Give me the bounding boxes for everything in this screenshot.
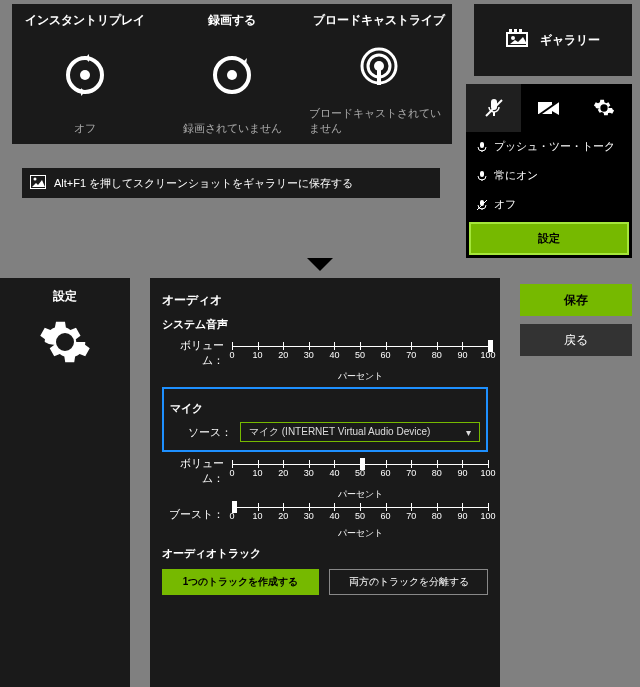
single-track-button[interactable]: 1つのトラックを作成する [162, 569, 319, 595]
mic-source-highlight: マイク ソース： マイク (INTERNET Virtual Audio Dev… [162, 387, 488, 452]
svg-rect-23 [482, 208, 483, 210]
svg-point-3 [227, 70, 237, 80]
percent-label: パーセント [232, 527, 488, 540]
card-title: 録画する [208, 12, 256, 29]
svg-rect-19 [482, 150, 483, 152]
settings-tab-label: 設定 [53, 288, 77, 305]
broadcast-icon [356, 45, 402, 91]
system-volume-slider[interactable]: 0102030405060708090100 [232, 342, 488, 364]
menu-settings[interactable]: 設定 [469, 222, 629, 255]
percent-label: パーセント [232, 370, 488, 383]
overlay-cards: インスタントリプレイ オフ 録画する 録画されていません ブロードキャストライブ… [12, 4, 452, 144]
svg-rect-13 [519, 29, 522, 32]
audio-panel: オーディオ システム音声 ボリューム： 01020304050607080901… [150, 278, 500, 687]
mic-source-select[interactable]: マイク (INTERNET Virtual Audio Device) ▾ [240, 422, 480, 442]
card-status: ブロードキャストされていません [309, 106, 448, 136]
svg-point-27 [34, 178, 37, 181]
gallery-icon [506, 29, 532, 52]
menu-label: 常にオン [494, 168, 538, 183]
card-record[interactable]: 録画する 録画されていません [159, 4, 306, 144]
screenshot-hint[interactable]: Alt+F1 を押してスクリーンショットをギャラリーに保存する [22, 168, 440, 198]
image-icon [30, 175, 46, 191]
hint-text: Alt+F1 を押してスクリーンショットをギャラリーに保存する [54, 176, 353, 191]
select-value: マイク (INTERNET Virtual Audio Device) [249, 425, 430, 439]
settings-tab[interactable]: 設定 [0, 278, 130, 687]
back-button[interactable]: 戻る [520, 324, 632, 356]
menu-label: プッシュ・ツー・トーク [494, 139, 615, 154]
system-audio-heading: システム音声 [162, 317, 488, 332]
mic-sidebar: プッシュ・ツー・トーク 常にオン オフ 設定 [466, 84, 632, 258]
tab-camera[interactable] [521, 84, 576, 132]
split-track-button[interactable]: 両方のトラックを分離する [329, 569, 488, 595]
save-button[interactable]: 保存 [520, 284, 632, 316]
svg-rect-7 [377, 69, 381, 85]
svg-rect-14 [493, 112, 495, 116]
svg-rect-18 [480, 142, 484, 148]
menu-label: オフ [494, 197, 516, 212]
card-title: インスタントリプレイ [25, 12, 145, 29]
record-icon [209, 52, 255, 98]
menu-label: 設定 [538, 231, 560, 246]
chevron-down-icon: ▾ [466, 427, 471, 438]
menu-always-on[interactable]: 常にオン [466, 161, 632, 190]
card-broadcast[interactable]: ブロードキャストライブ ブロードキャストされていません [305, 4, 452, 144]
volume-label: ボリューム： [162, 456, 232, 486]
arrow-down-icon [307, 258, 333, 276]
boost-slider[interactable]: 0102030405060708090100 [232, 503, 488, 525]
tab-mic[interactable] [466, 84, 521, 132]
gallery-label: ギャラリー [540, 32, 600, 49]
svg-rect-21 [482, 179, 483, 181]
menu-off[interactable]: オフ [466, 190, 632, 219]
svg-rect-12 [514, 29, 517, 32]
card-title: ブロードキャストライブ [313, 12, 445, 29]
replay-icon [62, 52, 108, 98]
mic-heading: マイク [170, 401, 480, 416]
svg-point-1 [80, 70, 90, 80]
card-status: 録画されていません [183, 121, 282, 136]
volume-label: ボリューム： [162, 338, 232, 368]
card-status: オフ [74, 121, 96, 136]
boost-label: ブースト： [162, 507, 232, 522]
card-instant-replay[interactable]: インスタントリプレイ オフ [12, 4, 159, 144]
audio-track-heading: オーディオトラック [162, 546, 488, 561]
mic-volume-slider[interactable]: 0102030405060708090100 [232, 460, 488, 482]
audio-heading: オーディオ [162, 292, 488, 309]
svg-point-10 [511, 36, 515, 40]
svg-rect-11 [509, 29, 512, 32]
gear-icon [38, 315, 92, 373]
gallery-button[interactable]: ギャラリー [474, 4, 632, 76]
percent-label: パーセント [232, 488, 488, 501]
source-label: ソース： [170, 425, 240, 440]
menu-push-to-talk[interactable]: プッシュ・ツー・トーク [466, 132, 632, 161]
svg-rect-20 [480, 171, 484, 177]
tab-settings[interactable] [577, 84, 632, 132]
